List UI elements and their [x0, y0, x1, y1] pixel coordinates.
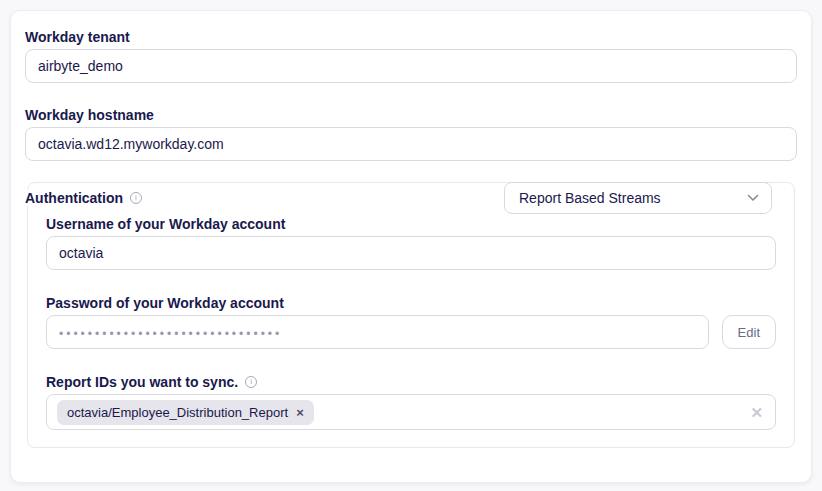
report-ids-tag-input[interactable]: octavia/Employee_Distribution_Report × ✕ [46, 394, 776, 430]
info-icon[interactable]: i [130, 192, 142, 204]
workday-hostname-label: Workday hostname [25, 105, 797, 125]
workday-tenant-label: Workday tenant [25, 27, 797, 47]
username-label: Username of your Workday account [46, 214, 776, 234]
field-workday-hostname: Workday hostname [25, 105, 797, 161]
report-id-tag-label: octavia/Employee_Distribution_Report [67, 405, 288, 420]
authentication-group-header: Authentication i Report Based Streams [27, 182, 795, 214]
report-ids-label-text: Report IDs you want to sync. [46, 372, 238, 392]
auth-mode-dropdown[interactable]: Report Based Streams [504, 182, 772, 214]
username-input[interactable] [46, 236, 776, 270]
field-report-ids: Report IDs you want to sync. i octavia/E… [46, 372, 776, 430]
chevron-down-icon [747, 194, 759, 202]
edit-password-button[interactable]: Edit [722, 315, 776, 349]
password-label-text: Password of your Workday account [46, 293, 284, 313]
password-input[interactable]: ••••••••••••••••••••••••••••••• [46, 315, 709, 349]
field-username: Username of your Workday account [46, 214, 776, 270]
authentication-label-text: Authentication [25, 190, 123, 206]
field-workday-tenant: Workday tenant [25, 27, 797, 83]
clear-field-icon[interactable]: ✕ [750, 405, 763, 420]
info-icon[interactable]: i [245, 376, 257, 388]
password-label: Password of your Workday account [46, 293, 776, 313]
username-label-text: Username of your Workday account [46, 214, 285, 234]
report-ids-label: Report IDs you want to sync. i [46, 372, 776, 392]
password-row: ••••••••••••••••••••••••••••••• Edit [46, 315, 776, 349]
workday-tenant-label-text: Workday tenant [25, 27, 130, 47]
report-id-tag: octavia/Employee_Distribution_Report × [57, 400, 314, 425]
field-password: Password of your Workday account •••••••… [46, 293, 776, 349]
workday-hostname-label-text: Workday hostname [25, 105, 154, 125]
workday-tenant-input[interactable] [25, 49, 797, 83]
authentication-group-box: Username of your Workday account Passwor… [27, 182, 795, 448]
workday-hostname-input[interactable] [25, 127, 797, 161]
remove-tag-icon[interactable]: × [296, 406, 304, 419]
auth-mode-selected-value: Report Based Streams [519, 190, 661, 206]
authentication-label: Authentication i [25, 190, 156, 206]
authentication-group: Authentication i Report Based Streams Us… [27, 182, 795, 448]
connector-settings-card: Workday tenant Workday hostname Authenti… [10, 10, 812, 483]
